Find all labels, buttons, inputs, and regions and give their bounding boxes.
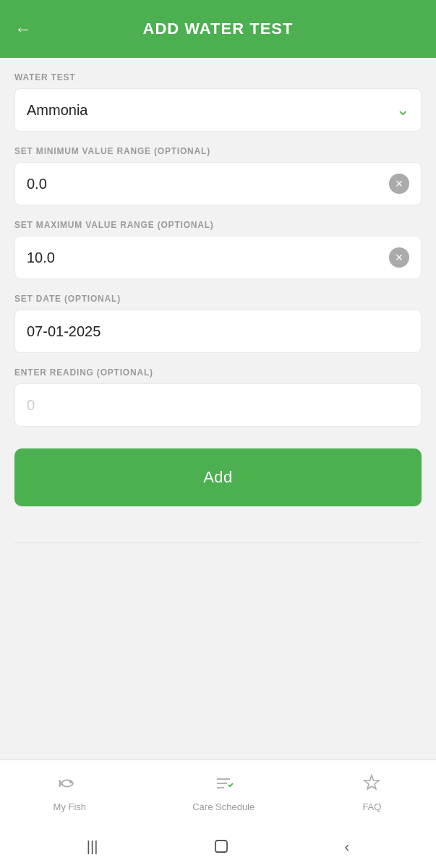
water-test-dropdown[interactable]: Ammonia ⌄ [14,88,422,132]
reading-input-container [14,383,422,427]
min-range-clear-button[interactable] [389,174,409,194]
svg-rect-5 [215,841,227,852]
date-label: SET DATE (OPTIONAL) [14,294,422,304]
max-range-clear-button[interactable] [389,247,409,268]
add-button-container: Add [0,427,436,521]
divider [14,542,422,543]
form-content: WATER TEST Ammonia ⌄ SET MINIMUM VALUE R… [0,58,436,427]
schedule-icon [213,773,234,797]
svg-point-0 [70,781,72,783]
page-title: ADD WATER TEST [143,20,294,38]
nav-item-care-schedule[interactable]: Care Schedule [192,773,255,812]
fish-icon [59,773,80,797]
bottom-nav: My Fish Care Schedule FAQ [0,760,436,825]
nav-label-faq: FAQ [362,801,381,812]
reading-input[interactable] [27,397,409,414]
max-range-input-container [14,236,422,279]
nav-label-my-fish: My Fish [54,801,87,812]
min-range-input-container [14,162,422,205]
nav-item-faq[interactable]: FAQ [361,773,382,812]
system-back-button[interactable]: ‹ [345,838,350,855]
add-button[interactable]: Add [14,448,422,506]
nav-item-my-fish[interactable]: My Fish [54,773,87,812]
system-recents-button[interactable]: ||| [87,838,98,855]
nav-label-care-schedule: Care Schedule [192,801,255,812]
back-button[interactable]: ← [14,19,32,39]
max-range-input[interactable] [27,250,389,266]
min-range-input[interactable] [27,176,389,192]
date-value: 07-01-2025 [27,323,101,340]
system-home-button[interactable] [213,838,229,854]
svg-marker-4 [364,775,379,789]
reading-label: ENTER READING (OPTIONAL) [14,367,422,378]
min-range-label: SET MINIMUM VALUE RANGE (OPTIONAL) [14,146,422,156]
chevron-down-icon[interactable]: ⌄ [396,101,409,119]
water-test-label: WATER TEST [14,72,422,82]
water-test-value: Ammonia [27,102,396,119]
date-input-container[interactable]: 07-01-2025 [14,310,422,353]
star-icon [361,773,382,797]
max-range-label: SET MAXIMUM VALUE RANGE (OPTIONAL) [14,220,422,230]
system-nav-bar: ||| ‹ [0,825,436,868]
app-header: ← ADD WATER TEST [0,0,436,58]
